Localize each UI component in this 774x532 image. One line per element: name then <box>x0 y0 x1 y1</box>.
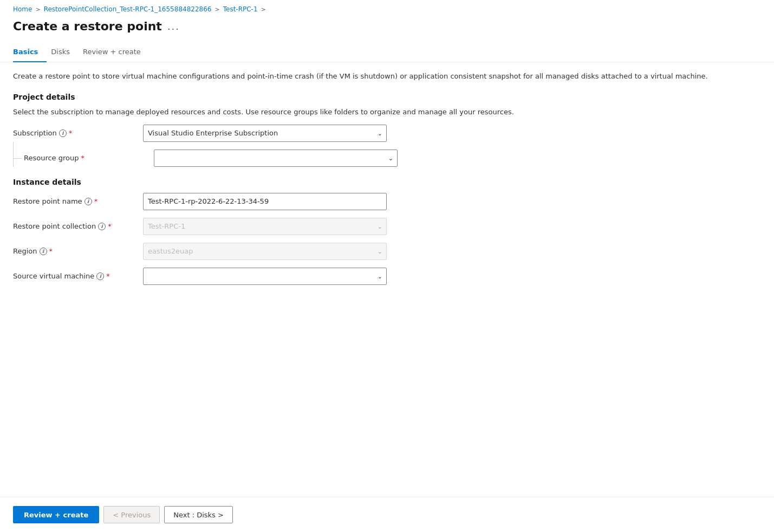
region-select-wrapper: eastus2euap ⌄ <box>143 243 387 260</box>
page-footer: Review + create < Previous Next : Disks … <box>0 497 774 532</box>
region-row: Region i * eastus2euap ⌄ <box>13 243 500 260</box>
restore-point-collection-select[interactable]: Test-RPC-1 <box>143 218 387 235</box>
source-vm-info-icon: i <box>96 273 104 280</box>
instance-details-heading: Instance details <box>13 178 761 186</box>
restore-point-collection-info-icon: i <box>98 223 106 230</box>
restore-point-collection-row: Restore point collection i * Test-RPC-1 … <box>13 218 500 235</box>
region-info-icon: i <box>40 248 47 255</box>
source-vm-select-wrapper: ⌄ <box>143 268 387 285</box>
resource-group-required: * <box>81 154 85 162</box>
instance-details-section: Instance details Restore point name i * … <box>13 178 761 285</box>
source-vm-row: Source virtual machine i * ⌄ <box>13 268 500 285</box>
resource-group-select[interactable] <box>154 150 398 167</box>
breadcrumb-home[interactable]: Home <box>13 5 32 13</box>
source-vm-select[interactable] <box>143 268 387 285</box>
restore-point-name-required: * <box>94 197 98 205</box>
resource-group-label: Resource group * <box>24 154 154 162</box>
source-vm-required: * <box>106 272 110 280</box>
page-title-row: Create a restore point ... <box>0 17 774 42</box>
subscription-required: * <box>69 129 73 137</box>
tabs-bar: Basics Disks Review + create <box>0 42 774 62</box>
subscription-select-wrapper: Visual Studio Enterprise Subscription ⌄ <box>143 125 387 142</box>
restore-point-name-row: Restore point name i * <box>13 193 500 210</box>
region-label: Region i * <box>13 247 143 255</box>
subscription-label: Subscription i * <box>13 129 143 137</box>
page-title-ellipsis[interactable]: ... <box>167 21 180 32</box>
tab-review-create[interactable]: Review + create <box>83 42 149 62</box>
restore-point-name-input[interactable] <box>143 193 387 210</box>
project-details-heading: Project details <box>13 93 761 101</box>
project-details-description: Select the subscription to manage deploy… <box>13 108 555 116</box>
resource-group-select-wrapper: ⌄ <box>154 150 398 167</box>
breadcrumb: Home > RestorePointCollection_Test-RPC-1… <box>0 0 774 17</box>
page-description: Create a restore point to store virtual … <box>13 71 717 82</box>
restore-point-name-label: Restore point name i * <box>13 197 143 205</box>
resource-group-row: Resource group * ⌄ <box>13 150 500 167</box>
breadcrumb-sep-2: > <box>214 6 219 13</box>
previous-button: < Previous <box>103 506 160 523</box>
next-disks-button[interactable]: Next : Disks > <box>164 506 233 523</box>
breadcrumb-sep-3: > <box>261 6 266 13</box>
page-title: Create a restore point <box>13 20 162 33</box>
source-vm-label: Source virtual machine i * <box>13 272 143 280</box>
region-select[interactable]: eastus2euap <box>143 243 387 260</box>
tab-disks[interactable]: Disks <box>51 42 79 62</box>
restore-point-collection-label: Restore point collection i * <box>13 222 143 230</box>
region-required: * <box>49 247 53 255</box>
content-area: Create a restore point to store virtual … <box>0 71 774 285</box>
breadcrumb-sep-1: > <box>35 6 40 13</box>
breadcrumb-rpc[interactable]: RestorePointCollection_Test-RPC-1_165588… <box>44 5 212 13</box>
project-details-section: Project details Select the subscription … <box>13 93 761 167</box>
breadcrumb-vm[interactable]: Test-RPC-1 <box>223 5 258 13</box>
subscription-row: Subscription i * Visual Studio Enterpris… <box>13 125 500 142</box>
subscription-select[interactable]: Visual Studio Enterprise Subscription <box>143 125 387 142</box>
restore-point-collection-required: * <box>108 222 112 230</box>
restore-point-collection-select-wrapper: Test-RPC-1 ⌄ <box>143 218 387 235</box>
subscription-info-icon: i <box>59 129 67 137</box>
restore-point-name-info-icon: i <box>84 198 92 205</box>
restore-point-name-control <box>143 193 387 210</box>
review-create-button[interactable]: Review + create <box>13 506 99 523</box>
tab-basics[interactable]: Basics <box>13 42 47 62</box>
